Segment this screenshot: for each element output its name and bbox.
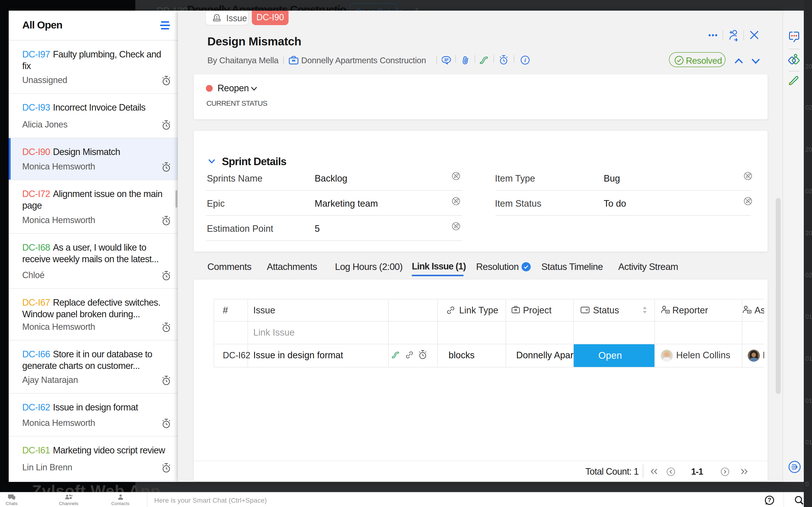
svg-text:i: i xyxy=(524,57,526,63)
svg-text:?: ? xyxy=(767,497,771,503)
